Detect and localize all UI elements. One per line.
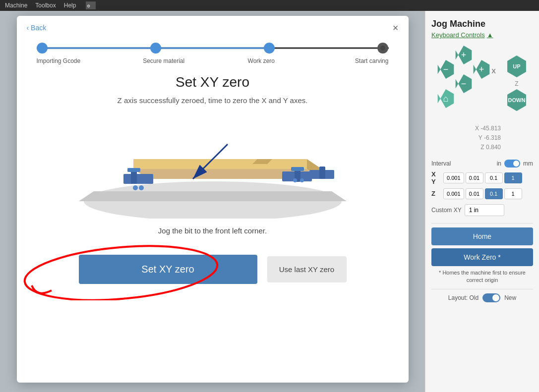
stepper-label-3: Work zero — [232, 57, 291, 64]
xy-interval-btn-1[interactable]: 1 — [504, 172, 522, 183]
z-axis-label: Z — [515, 80, 518, 87]
svg-point-3 — [153, 46, 158, 51]
in-label: in — [497, 160, 501, 167]
plus-icon: + — [461, 50, 467, 60]
chevron-up-icon: ▲ — [487, 31, 493, 39]
stepper-dot-4 — [377, 43, 388, 54]
xy-interval-btn-0001[interactable]: 0.001 — [443, 172, 464, 183]
modal-instruction: Jog the bit to the front left corner. — [37, 226, 389, 235]
jog-y-plus-button[interactable]: + — [454, 46, 473, 64]
custom-xy-label: Custom XY — [431, 207, 462, 214]
menu-toolbox[interactable]: Toolbox — [35, 2, 56, 9]
x-axis-label: X — [491, 67, 496, 75]
interval-section: Interval in mm X Y 0.001 0.01 0.1 1 Z 0.… — [431, 160, 533, 199]
svg-rect-13 — [127, 168, 140, 172]
right-panel: Jog Machine Keyboard Controls ▲ + − — [425, 11, 539, 392]
plus-icon-2: + — [479, 64, 484, 75]
z-interval-row: Z 0.001 0.01 0.1 1 — [431, 188, 533, 199]
z-interval-btn-001[interactable]: 0.01 — [466, 188, 483, 199]
machine-illustration-container — [69, 114, 357, 219]
svg-rect-22 — [319, 167, 325, 179]
menu-machine[interactable]: Machine — [5, 2, 27, 9]
jog-home-button[interactable]: ⌂ — [436, 89, 455, 108]
coordinates-display: X -45.813 Y -6.318 Z 0.840 — [431, 124, 501, 153]
z-down-label: DOWN — [508, 97, 526, 103]
close-button[interactable]: × — [393, 23, 399, 33]
stepper-dot-1 — [37, 43, 48, 54]
jog-z-up-button[interactable]: UP — [506, 56, 528, 77]
z-interval-btn-0001[interactable]: 0.001 — [443, 188, 464, 199]
svg-rect-18 — [291, 167, 304, 171]
z-interval-btn-1[interactable]: 1 — [504, 188, 522, 199]
z-interval-label: Z — [431, 190, 440, 197]
stepper-label-4: Start carving — [329, 57, 388, 64]
coord-z: Z 0.840 — [431, 143, 501, 152]
jog-z-controls: UP Z DOWN — [506, 56, 528, 153]
interval-label: Interval — [431, 160, 451, 167]
svg-marker-7 — [79, 191, 347, 201]
svg-point-19 — [293, 178, 297, 182]
panel-title: Jog Machine — [431, 19, 533, 29]
stepper-dot-3 — [264, 43, 275, 54]
stepper-label-1: Importing Gcode — [37, 57, 96, 64]
modal-title: Set XY zero — [37, 74, 389, 90]
z-interval-btn-01[interactable]: 0.1 — [485, 188, 503, 199]
xy-interval-btn-01[interactable]: 0.1 — [485, 172, 503, 183]
xy-interval-row: X Y 0.001 0.01 0.1 1 — [431, 170, 533, 185]
svg-point-15 — [139, 185, 144, 190]
stepper: Importing Gcode Secure material Work zer… — [17, 33, 409, 69]
layout-toggle[interactable] — [482, 293, 500, 302]
keyboard-controls-link[interactable]: Keyboard Controls ▲ — [431, 31, 533, 39]
modal-subtitle: Z axis successfully zeroed, time to zero… — [37, 96, 389, 105]
panel-divider-1 — [431, 223, 533, 224]
modal-buttons: Set XY zero Use last XY zero — [37, 255, 389, 284]
modal-body: Set XY zero Z axis successfully zeroed, … — [17, 69, 409, 284]
svg-marker-9 — [133, 159, 307, 169]
modal-header: ‹ Back × — [17, 16, 409, 33]
unit-toggle[interactable] — [504, 160, 520, 168]
panel-divider-2 — [431, 289, 533, 289]
xy-axis-label: X Y — [431, 170, 440, 185]
keyboard-controls-label: Keyboard Controls — [431, 31, 485, 39]
work-zero-button[interactable]: Work Zero * — [431, 248, 533, 266]
coord-y: Y -6.318 — [431, 133, 501, 143]
jog-z-down-button[interactable]: DOWN — [506, 89, 528, 111]
use-last-xy-zero-button[interactable]: Use last XY zero — [267, 256, 347, 282]
stepper-track — [37, 43, 389, 54]
jog-xy-controls: + − − + ⌂ — [431, 46, 496, 120]
main-layout: ‹ Back × — [0, 11, 539, 392]
machine-illustration — [69, 114, 357, 219]
coord-x: X -45.813 — [431, 124, 501, 133]
layout-row: Layout: Old New — [431, 293, 533, 302]
stepper-labels: Importing Gcode Secure material Work zer… — [37, 57, 389, 64]
svg-point-5 — [380, 46, 385, 51]
layout-old-label: Layout: Old — [448, 294, 479, 301]
set-xy-zero-button[interactable]: Set XY zero — [79, 255, 257, 284]
jog-x-minus-button[interactable]: − — [436, 60, 455, 79]
svg-text:⚙: ⚙ — [87, 4, 90, 8]
jog-x-plus-button[interactable]: + — [472, 60, 491, 79]
z-interval-buttons: 0.001 0.01 0.1 1 — [443, 188, 522, 199]
svg-point-4 — [267, 46, 272, 51]
minus-icon: − — [443, 64, 449, 75]
back-button[interactable]: ‹ Back — [27, 24, 47, 32]
z-up-label: UP — [513, 63, 520, 69]
jog-y-minus-button[interactable]: − — [454, 74, 473, 93]
stepper-dot-2 — [150, 43, 161, 54]
mm-label: mm — [523, 160, 533, 167]
minus-icon-2: − — [461, 79, 467, 89]
menu-help[interactable]: Help — [64, 2, 76, 9]
svg-point-14 — [133, 185, 138, 190]
modal: ‹ Back × — [17, 16, 409, 383]
custom-xy-input[interactable] — [465, 204, 504, 216]
jog-section: + − − + ⌂ — [431, 46, 533, 153]
work-zero-note: * Homes the machine first to ensure corr… — [431, 269, 533, 284]
svg-rect-11 — [123, 174, 153, 184]
xy-interval-btn-001[interactable]: 0.01 — [466, 172, 483, 183]
app-logo: ⚙ — [86, 1, 96, 9]
interval-header-row: Interval in mm — [431, 160, 533, 168]
home-icon: ⌂ — [443, 94, 449, 104]
home-button[interactable]: Home — [431, 227, 533, 245]
stepper-dots — [37, 43, 389, 54]
layout-new-label: New — [504, 294, 516, 301]
